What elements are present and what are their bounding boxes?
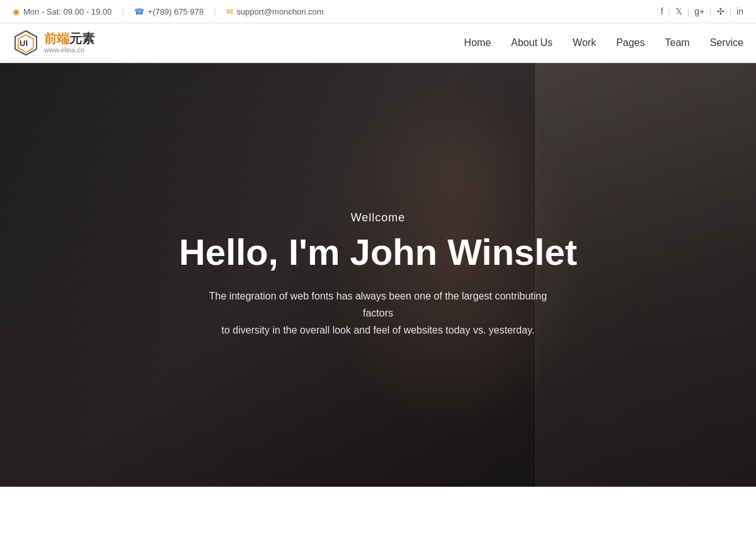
hero-content: Wellcome Hello, I'm John Winslet The int… bbox=[166, 211, 590, 339]
divider-1: | bbox=[122, 7, 123, 16]
phone-text: +(789) 675 978 bbox=[148, 7, 204, 16]
logo-text: 前端元素 www.eleui.cn bbox=[44, 31, 94, 54]
clock-icon: ◉ bbox=[13, 7, 20, 16]
social-divider-4: | bbox=[730, 7, 731, 16]
email-icon: ✉ bbox=[226, 7, 233, 16]
phone-icon: ☎ bbox=[134, 7, 144, 16]
social-divider-1: | bbox=[668, 7, 670, 16]
logo-chinese-part1: 前端 bbox=[44, 32, 69, 45]
hero-section: Wellcome Hello, I'm John Winslet The int… bbox=[0, 63, 756, 487]
svg-text:UI: UI bbox=[20, 38, 28, 48]
hero-description: The integration of web fonts has always … bbox=[195, 288, 561, 339]
social-divider-3: | bbox=[709, 7, 711, 16]
social-links: f | 𝕏 | g+ | ✣ | in bbox=[661, 6, 743, 16]
main-nav: Home About Us Work Pages Team Service bbox=[464, 37, 743, 49]
logo-chinese: 前端元素 bbox=[44, 31, 94, 46]
nav-service[interactable]: Service bbox=[710, 37, 743, 49]
nav-home[interactable]: Home bbox=[464, 37, 491, 49]
social-divider-2: | bbox=[687, 7, 689, 16]
email-text: support@monchori.com bbox=[237, 7, 324, 16]
phone-item: ☎ +(789) 675 978 bbox=[134, 7, 204, 16]
logo-icon: UI bbox=[13, 30, 39, 56]
divider-2: | bbox=[214, 7, 215, 16]
linkedin-icon[interactable]: in bbox=[736, 6, 743, 16]
hero-welcome: Wellcome bbox=[179, 211, 577, 224]
hours-text: Mon - Sat: 09.00 - 19.00 bbox=[23, 7, 112, 16]
nav-pages[interactable]: Pages bbox=[616, 37, 644, 49]
nav-about[interactable]: About Us bbox=[511, 37, 553, 49]
email-item: ✉ support@monchori.com bbox=[226, 7, 324, 16]
hero-desc-line1: The integration of web fonts has always … bbox=[209, 291, 547, 318]
nav-team[interactable]: Team bbox=[665, 37, 690, 49]
pinterest-icon[interactable]: ✣ bbox=[717, 6, 724, 16]
hours-item: ◉ Mon - Sat: 09.00 - 19.00 bbox=[13, 7, 112, 16]
logo: UI 前端元素 www.eleui.cn bbox=[13, 30, 94, 56]
logo-chinese-part2: 元素 bbox=[69, 32, 94, 45]
logo-url: www.eleui.cn bbox=[44, 46, 94, 54]
hero-desc-line2: to diversity in the overall look and fee… bbox=[222, 325, 535, 335]
googleplus-icon[interactable]: g+ bbox=[694, 6, 704, 16]
facebook-icon[interactable]: f bbox=[661, 6, 663, 16]
top-bar: ◉ Mon - Sat: 09.00 - 19.00 | ☎ +(789) 67… bbox=[0, 0, 756, 23]
header: UI 前端元素 www.eleui.cn Home About Us Work … bbox=[0, 23, 756, 63]
hero-title: Hello, I'm John Winslet bbox=[179, 232, 577, 272]
nav-work[interactable]: Work bbox=[573, 37, 596, 49]
top-bar-left: ◉ Mon - Sat: 09.00 - 19.00 | ☎ +(789) 67… bbox=[13, 7, 324, 16]
twitter-icon[interactable]: 𝕏 bbox=[675, 6, 682, 16]
